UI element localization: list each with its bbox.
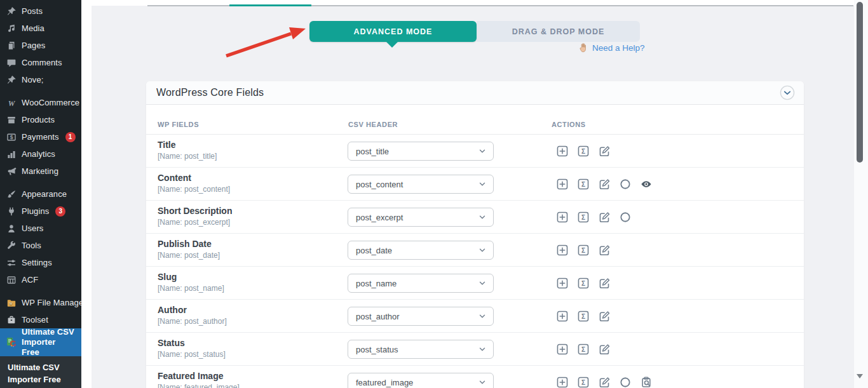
action-edit-button[interactable] (599, 178, 610, 190)
field-internal-name: [Name: post_content] (158, 185, 230, 194)
action-add-button[interactable] (557, 211, 568, 223)
csv-header-select[interactable]: post_name (348, 274, 494, 293)
sidebar-item-label: ACF (22, 275, 38, 284)
sidebar-item-nove[interactable]: Nove; (0, 71, 81, 88)
action-add-button[interactable] (557, 278, 568, 289)
sidebar-item-tools[interactable]: Tools (0, 237, 81, 254)
scrollbar-down-arrow[interactable] (857, 374, 863, 378)
chevron-down-icon (478, 180, 487, 189)
action-openai-button[interactable] (620, 377, 631, 388)
sidebar-item-label: Users (22, 224, 43, 233)
action-sigma-button[interactable]: Σ (578, 145, 589, 157)
action-add-button[interactable] (557, 244, 568, 256)
action-edit-button[interactable] (599, 244, 610, 256)
action-edit-button[interactable] (599, 278, 610, 289)
add-icon (557, 145, 568, 157)
svg-text:$: $ (10, 133, 13, 140)
csv-header-select[interactable]: post_date (348, 241, 494, 260)
sidebar-item-label: Plugins (22, 206, 49, 216)
sidebar-item-ultimate-csv-importer-free[interactable]: Ultimate CSV Importer Free (0, 328, 81, 356)
sigma-icon: Σ (578, 278, 589, 289)
csv-header-select[interactable]: post_content (348, 175, 494, 194)
sigma-icon: Σ (578, 211, 589, 223)
action-sigma-button[interactable]: Σ (578, 377, 589, 388)
collapse-panel-button[interactable] (780, 85, 795, 100)
action-edit-button[interactable] (599, 211, 610, 223)
scrollbar-track[interactable] (854, 0, 868, 388)
sidebar-item-wp-file-manager[interactable]: W WP File Manager (0, 294, 81, 311)
column-actions: ACTIONS (552, 121, 586, 128)
sidebar-item-analytics[interactable]: Analytics (0, 145, 81, 163)
field-label: Short Description (158, 206, 232, 216)
sidebar-item-acf[interactable]: ACF (0, 271, 81, 288)
plugins-icon (6, 206, 17, 217)
sidebar-item-woocommerce[interactable]: W WooCommerce (0, 94, 81, 111)
folder-icon: W (6, 298, 17, 308)
csv-header-select[interactable]: post_author (348, 307, 494, 326)
sidebar-submenu-item-ultimate-csv-importer[interactable]: Ultimate CSV Importer Free (0, 356, 81, 388)
field-internal-name: [Name: post_name] (158, 284, 224, 293)
tab-drag-drop-mode[interactable]: DRAG & DROP MODE (477, 21, 640, 42)
analytics-icon (6, 149, 17, 159)
svg-text:W: W (10, 302, 13, 305)
sidebar-item-posts[interactable]: Posts (0, 3, 81, 20)
csv-header-value: post_date (356, 246, 392, 255)
action-openai-button[interactable] (620, 211, 631, 223)
action-edit-button[interactable] (599, 377, 610, 388)
action-sigma-button[interactable]: Σ (578, 211, 589, 223)
scrollbar-thumb[interactable] (857, 2, 863, 163)
action-add-button[interactable] (557, 178, 568, 190)
sidebar-item-marketing[interactable]: Marketing (0, 163, 81, 180)
sidebar-item-toolset[interactable]: Toolset (0, 311, 81, 328)
sidebar-item-comments[interactable]: Comments (0, 54, 81, 71)
action-eye-button[interactable] (641, 178, 652, 190)
action-sigma-button[interactable]: Σ (578, 178, 589, 190)
field-internal-name: [Name: featured_image] (158, 383, 240, 388)
action-openai-button[interactable] (620, 178, 631, 190)
sidebar-item-payments[interactable]: $ Payments 1 (0, 128, 81, 145)
edit-icon (599, 278, 610, 289)
sidebar-item-users[interactable]: Users (0, 220, 81, 237)
edit-icon (599, 244, 610, 256)
sidebar-item-label: Settings (22, 258, 52, 267)
count-badge: 1 (65, 132, 76, 142)
action-add-button[interactable] (557, 145, 568, 157)
action-sigma-button[interactable]: Σ (578, 278, 589, 289)
sidebar-item-plugins[interactable]: Plugins 3 (0, 203, 81, 220)
sigma-icon: Σ (578, 377, 589, 388)
sidebar-item-label: Tools (22, 241, 41, 250)
csv-header-select[interactable]: featured_image (348, 373, 494, 388)
action-sigma-button[interactable]: Σ (578, 311, 589, 322)
action-media-search-button[interactable] (641, 377, 652, 388)
sidebar-item-settings[interactable]: Settings (0, 254, 81, 271)
field-internal-name: [Name: post_status] (158, 350, 226, 359)
sidebar-item-products[interactable]: Products (0, 111, 81, 128)
csv-header-select[interactable]: post_excerpt (348, 208, 494, 227)
sidebar-item-media[interactable]: Media (0, 20, 81, 37)
sigma-icon: Σ (578, 145, 589, 157)
tab-advanced-mode[interactable]: ADVANCED MODE (309, 21, 477, 42)
sidebar-item-pages[interactable]: Pages (0, 37, 81, 54)
pushpin-icon (6, 75, 17, 85)
row-actions: Σ (557, 241, 610, 260)
field-internal-name: [Name: post_excerpt] (158, 218, 232, 227)
action-add-button[interactable] (557, 344, 568, 355)
csv-header-select[interactable]: post_status (348, 340, 494, 359)
action-edit-button[interactable] (599, 145, 610, 157)
action-edit-button[interactable] (599, 311, 610, 322)
csv-header-select[interactable]: post_title (348, 142, 494, 161)
action-sigma-button[interactable]: Σ (578, 344, 589, 355)
field-row-publish-date: Publish Date [Name: post_date] post_date… (146, 234, 804, 267)
media-icon (6, 23, 17, 34)
action-add-button[interactable] (557, 377, 568, 388)
action-sigma-button[interactable]: Σ (578, 244, 589, 256)
need-help-link[interactable]: Need a Help? (578, 43, 645, 53)
row-actions: Σ (557, 175, 652, 194)
action-edit-button[interactable] (599, 344, 610, 355)
chevron-down-icon (478, 246, 487, 255)
edit-icon (599, 178, 610, 190)
action-add-button[interactable] (557, 311, 568, 322)
chevron-down-icon (478, 312, 487, 321)
sidebar-item-appearance[interactable]: Appearance (0, 185, 81, 203)
sidebar-item-label: Pages (22, 41, 45, 50)
